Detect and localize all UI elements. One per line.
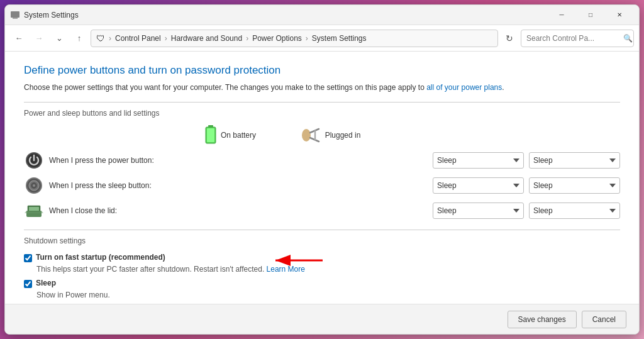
red-arrow-annotation bbox=[269, 252, 326, 269]
window-controls: ─ □ ✕ bbox=[547, 5, 634, 25]
up-button[interactable]: ↑ bbox=[70, 30, 88, 47]
svg-rect-1 bbox=[13, 18, 18, 19]
path-icon: 🛡 bbox=[96, 33, 105, 43]
dropdown-button[interactable]: ⌄ bbox=[50, 30, 68, 47]
battery-column-header: On battery bbox=[180, 125, 280, 145]
section-divider-1 bbox=[24, 102, 620, 103]
main-content: Define power buttons and turn on passwor… bbox=[5, 52, 639, 304]
laptop-lid-icon bbox=[25, 202, 43, 220]
path-separator: › bbox=[165, 34, 167, 43]
search-icon: 🔍 bbox=[623, 34, 633, 43]
system-settings-window: System Settings ─ □ ✕ ← → ⌄ ↑ 🛡 › Contro… bbox=[4, 4, 640, 335]
sleep-button-plugged-select[interactable]: Sleep Do nothing Hibernate Shut down bbox=[529, 177, 620, 194]
power-plans-link[interactable]: all of your power plans bbox=[426, 83, 502, 92]
battery-label: On battery bbox=[221, 131, 256, 140]
sleep-button-battery-select[interactable]: Sleep Do nothing Hibernate Shut down bbox=[433, 177, 524, 194]
pluggedin-label: Plugged in bbox=[325, 131, 361, 140]
fast-startup-desc: This helps start your PC faster after sh… bbox=[36, 265, 620, 274]
pluggedin-icon bbox=[301, 126, 321, 144]
sleep-icon bbox=[25, 177, 43, 194]
path-separator: › bbox=[306, 34, 308, 43]
title-bar: System Settings ─ □ ✕ bbox=[5, 5, 639, 25]
sleep-button-selects: Sleep Do nothing Hibernate Shut down Sle… bbox=[433, 177, 620, 194]
lid-row: When I close the lid: Sleep Do nothing H… bbox=[24, 201, 620, 221]
sleep-option-label: Sleep bbox=[36, 279, 56, 287]
page-description: Choose the power settings that you want … bbox=[24, 82, 620, 93]
breadcrumb: 🛡 › Control Panel › Hardware and Sound ›… bbox=[91, 30, 498, 47]
window-title: System Settings bbox=[24, 11, 547, 19]
power-button-selects: Sleep Do nothing Hibernate Shut down Tur… bbox=[433, 152, 620, 169]
fast-startup-row: Turn on fast startup (recommended) bbox=[24, 253, 620, 262]
shutdown-settings: Turn on fast startup (recommended) This … bbox=[24, 253, 620, 304]
lid-label: When I close the lid: bbox=[49, 206, 433, 215]
sleep-button-icon bbox=[24, 175, 44, 196]
power-button-plugged-select[interactable]: Sleep Do nothing Hibernate Shut down Tur… bbox=[529, 152, 620, 169]
lid-battery-select[interactable]: Sleep Do nothing Hibernate Shut down bbox=[433, 203, 524, 219]
power-button-icon bbox=[24, 150, 44, 170]
power-button-label: When I press the power button: bbox=[49, 156, 433, 165]
save-changes-button[interactable]: Save changes bbox=[508, 311, 577, 328]
pluggedin-column-header: Plugged in bbox=[280, 125, 381, 145]
fast-startup-checkbox[interactable] bbox=[24, 254, 32, 262]
power-button-row: When I press the power button: Sleep Do … bbox=[24, 150, 620, 170]
power-sleep-section-label: Power and sleep buttons and lid settings bbox=[24, 109, 620, 118]
window-icon bbox=[10, 10, 20, 20]
power-button-battery-select[interactable]: Sleep Do nothing Hibernate Shut down Tur… bbox=[433, 152, 524, 169]
breadcrumb-control-panel[interactable]: Control Panel bbox=[115, 34, 161, 43]
shutdown-section-label: Shutdown settings bbox=[24, 236, 620, 245]
close-button[interactable]: ✕ bbox=[605, 5, 634, 25]
sleep-row: Sleep bbox=[24, 279, 620, 288]
sleep-checkbox[interactable] bbox=[24, 280, 32, 288]
svg-rect-18 bbox=[29, 207, 39, 211]
power-icon bbox=[25, 152, 43, 169]
sleep-desc: Show in Power menu. bbox=[36, 291, 620, 299]
section-divider-2 bbox=[24, 230, 620, 230]
breadcrumb-system-settings[interactable]: System Settings bbox=[312, 34, 367, 43]
fast-startup-label: Turn on fast startup (recommended) bbox=[36, 253, 165, 262]
lid-plugged-select[interactable]: Sleep Do nothing Hibernate Shut down bbox=[529, 203, 620, 219]
footer: Save changes Cancel bbox=[5, 304, 639, 334]
sleep-button-row: When I press the sleep button: Sleep Do … bbox=[24, 175, 620, 196]
refresh-button[interactable]: ↻ bbox=[501, 30, 518, 47]
path-separator: › bbox=[246, 34, 248, 43]
page-title: Define power buttons and turn on passwor… bbox=[24, 64, 620, 77]
search-input[interactable] bbox=[526, 34, 621, 43]
lid-selects: Sleep Do nothing Hibernate Shut down Sle… bbox=[433, 203, 620, 219]
breadcrumb-hardware-sound[interactable]: Hardware and Sound bbox=[171, 34, 242, 43]
svg-rect-0 bbox=[11, 11, 19, 18]
back-button[interactable]: ← bbox=[10, 30, 28, 47]
address-bar: ← → ⌄ ↑ 🛡 › Control Panel › Hardware and… bbox=[5, 25, 639, 52]
battery-icon bbox=[204, 125, 217, 145]
svg-point-15 bbox=[33, 184, 35, 187]
sleep-button-label: When I press the sleep button: bbox=[49, 181, 433, 190]
maximize-button[interactable]: □ bbox=[576, 5, 605, 25]
forward-button[interactable]: → bbox=[30, 30, 48, 47]
path-separator: › bbox=[109, 34, 111, 43]
svg-point-5 bbox=[302, 129, 311, 142]
minimize-button[interactable]: ─ bbox=[547, 5, 576, 25]
cancel-button[interactable]: Cancel bbox=[582, 311, 626, 328]
search-box: 🔍 bbox=[521, 30, 634, 47]
lid-icon bbox=[24, 201, 44, 221]
breadcrumb-power-options[interactable]: Power Options bbox=[252, 34, 302, 43]
svg-rect-4 bbox=[207, 128, 214, 142]
